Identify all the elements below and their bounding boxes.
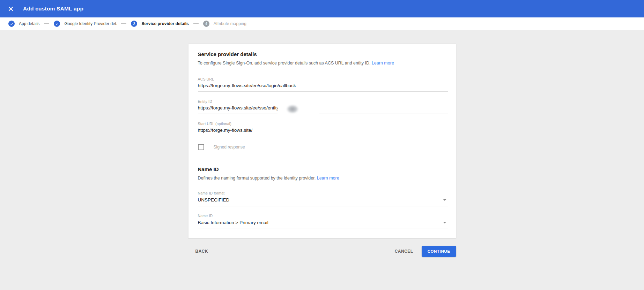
step-completed-check-icon [8,21,15,27]
learn-more-link[interactable]: Learn more [372,61,394,66]
section-description: To configure Single Sign-On, add service… [198,60,448,67]
entity-id-value[interactable]: https://forge.my-flows.site/ee/sso/entit… [198,105,448,110]
step-connector [121,23,126,24]
name-id-dropdown[interactable]: Name ID Basic Information > Primary emai… [198,214,448,229]
stepper: App details Google Identity Provider det… [0,17,644,30]
cancel-button[interactable]: CANCEL [391,246,417,257]
name-id-format-dropdown[interactable]: Name ID format UNSPECIFIED [198,191,448,206]
step-completed-check-icon [54,21,60,27]
entity-id-field[interactable]: Entity ID https://forge.my-flows.site/ee… [198,99,448,114]
step-service-provider-details[interactable]: 3 Service provider details [131,21,188,27]
dialog-header: ✕ Add custom SAML app [0,0,644,17]
step-number-badge: 3 [131,21,137,27]
continue-button[interactable]: CONTINUE [422,246,456,257]
page-content: Service provider details To configure Si… [0,30,644,257]
entity-id-label: Entity ID [198,99,448,104]
chevron-down-icon [443,222,446,223]
step-label: Service provider details [141,21,188,26]
dialog-title: Add custom SAML app [23,6,83,12]
chevron-down-icon [443,199,446,201]
step-label: Google Identity Provider details [64,21,117,26]
start-url-field[interactable]: Start URL (optional) https://forge.my-fl… [198,122,448,136]
description-text: To configure Single Sign-On, add service… [198,61,371,66]
signed-response-row: Signed response [198,144,448,150]
back-button[interactable]: BACK [192,246,212,257]
acs-url-label: ACS URL [198,77,448,81]
step-app-details[interactable]: App details [8,21,39,27]
step-attribute-mapping: 4 Attribute mapping [203,21,246,27]
signed-response-checkbox[interactable] [198,144,204,150]
start-url-value[interactable]: https://forge.my-flows.site/ [198,128,448,133]
start-url-label: Start URL (optional) [198,122,448,126]
step-label: App details [19,21,39,26]
redacted-blob [287,105,298,113]
acs-url-value[interactable]: https://forge.my-flows.site/ee/sso/login… [198,83,448,88]
section-title-name-id: Name ID [198,166,448,172]
redacted-blur [277,104,319,115]
acs-url-field[interactable]: ACS URL https://forge.my-flows.site/ee/s… [198,77,448,92]
description-text: Defines the naming format supported by t… [198,176,316,181]
name-id-label: Name ID [198,214,448,218]
service-provider-card: Service provider details To configure Si… [188,44,456,238]
step-connector [193,23,199,24]
name-id-format-value: UNSPECIFIED [198,197,230,203]
section-title-service-provider: Service provider details [198,51,448,57]
name-id-description: Defines the naming format supported by t… [198,175,448,182]
name-id-value: Basic Information > Primary email [198,220,268,225]
close-icon[interactable]: ✕ [6,4,15,13]
step-label: Attribute mapping [214,21,246,26]
signed-response-label: Signed response [214,145,245,150]
step-number-badge: 4 [203,21,209,27]
step-connector [44,23,49,24]
learn-more-link[interactable]: Learn more [317,176,339,181]
name-id-format-label: Name ID format [198,191,448,195]
step-google-idp-details[interactable]: Google Identity Provider details [54,21,117,27]
footer-actions: BACK CANCEL CONTINUE [188,246,456,257]
